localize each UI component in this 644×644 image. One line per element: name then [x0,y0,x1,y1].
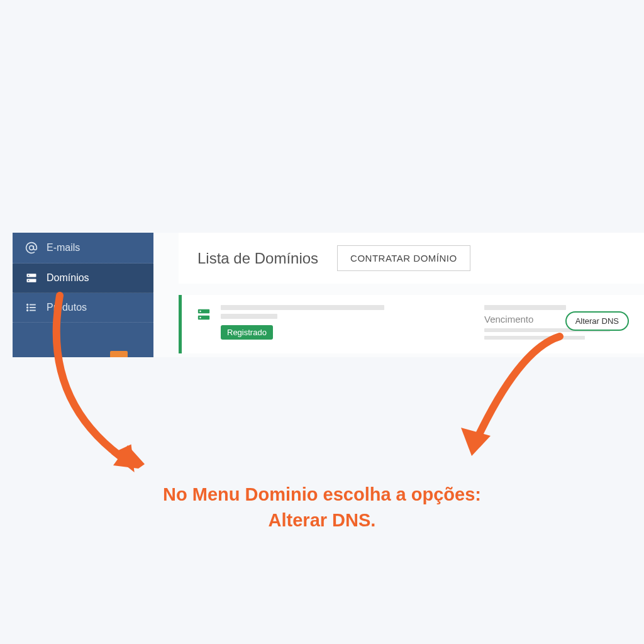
contract-domain-button[interactable]: CONTRATAR DOMÍNIO [337,245,470,271]
orange-notch [110,351,128,357]
page-header: Lista de Domínios CONTRATAR DOMÍNIO [179,233,644,284]
annotation-line2: Alterar DNS. [0,508,644,533]
screenshot-area: E-mails Domínios Produtos Lista de Domín… [13,233,644,357]
status-badge: Registrado [221,325,273,340]
sidebar-item-label: Produtos [47,302,87,313]
svg-point-8 [27,304,28,306]
svg-point-14 [199,317,201,318]
svg-point-13 [199,311,201,312]
sidebar-item-produtos[interactable]: Produtos [13,293,153,323]
svg-point-3 [28,275,30,276]
server-icon [197,308,211,324]
server-icon [25,272,38,284]
domain-info: Registrado [221,305,449,340]
svg-point-4 [28,280,30,281]
sidebar-item-emails[interactable]: E-mails [13,233,153,264]
sidebar-item-dominios[interactable]: Domínios [13,264,153,293]
main-content: Lista de Domínios CONTRATAR DOMÍNIO Regi… [153,233,644,357]
placeholder-bar [484,305,566,310]
list-icon [25,302,38,313]
alter-dns-button[interactable]: Alterar DNS [565,311,629,331]
svg-point-10 [27,310,28,311]
placeholder-bar [484,336,585,340]
sidebar-item-label: E-mails [47,242,80,253]
placeholder-bar [221,314,277,319]
at-icon [25,242,38,254]
sidebar: E-mails Domínios Produtos [13,233,153,357]
svg-point-0 [30,246,34,250]
sidebar-item-label: Domínios [47,272,89,284]
domain-card: Registrado Vencimento Alterar DNS [179,295,644,353]
svg-point-9 [27,307,28,308]
annotation-line1: No Menu Dominio escolha a opções: [0,482,644,508]
page-title: Lista de Domínios [197,250,318,267]
placeholder-bar [221,305,384,310]
annotation-text: No Menu Dominio escolha a opções: Altera… [0,482,644,533]
